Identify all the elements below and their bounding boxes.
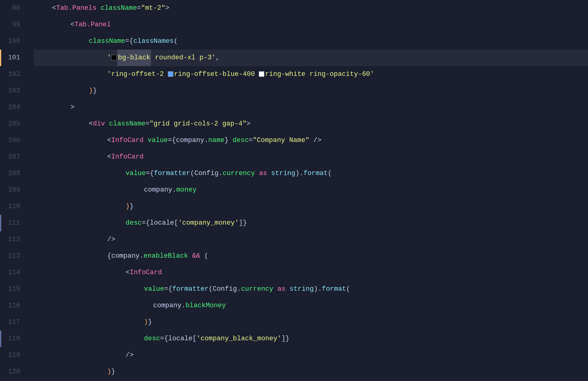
line-number-120: 120 [0,364,20,380]
code-line-110: )} [34,198,588,215]
code-line-104: > [34,99,588,116]
code-line-120: )} [34,364,588,380]
line-number-gutter: 98 99 100 💡 101 102 103 104 105 106 107 … [0,0,28,381]
line-number-118: 118 [0,331,20,347]
code-line-99: <Tab.Panel [34,17,588,33]
code-line-118: desc={locale['company_black_money']} [34,331,588,347]
line-number-113: 113 [0,248,20,264]
line-number-112: 112 [0,231,20,248]
line-number-107: 107 [0,149,20,165]
line-number-117: 117 [0,314,20,331]
line-number-110: 110 [0,198,20,215]
line-number-100: 100 [0,33,20,50]
line-number-103: 103 [0,83,20,99]
code-line-116: company.blackMoney [34,297,588,314]
code-content: <Tab.Panels className="mt-2" > <Tab.Pane… [28,0,588,381]
line-number-106: 106 [0,132,20,149]
line-number-116: 116 [0,297,20,314]
line-number-102: 102 [0,66,20,83]
line-number-101: 💡 101 [0,50,20,66]
code-line-112: /> [34,231,588,248]
code-line-102: 'ring-offset-2 ring-offset-blue-400 ring… [34,66,588,83]
line-number-99: 99 [0,17,20,33]
code-line-115: value={formatter(Config.currency as stri… [34,281,588,297]
code-line-108: value={formatter(Config.currency as stri… [34,165,588,182]
code-line-111: desc={locale['company_money']} [34,215,588,231]
code-line-98: <Tab.Panels className="mt-2" > [34,0,588,17]
line-number-115: 115 [0,281,20,297]
code-line-106: <InfoCard value={company.name} desc="Com… [34,132,588,149]
line-number-109: 109 [0,182,20,198]
code-line-117: )} [34,314,588,331]
code-line-105: <div className="grid grid-cols-2 gap-4" … [34,116,588,132]
code-line-119: /> [34,347,588,364]
line-number-105: 105 [0,116,20,132]
line-number-114: 114 [0,264,20,281]
code-line-101: 'bg-black rounded-xl p-3', [34,50,588,66]
line-number-98: 98 [0,0,20,17]
code-editor: 98 99 100 💡 101 102 103 104 105 106 107 … [0,0,588,381]
line-number-119: 119 [0,347,20,364]
code-line-103: )} [34,83,588,99]
line-number-111: 111 [0,215,20,231]
code-line-113: {company.enableBlack && ( [34,248,588,264]
code-line-100: className={classNames( [34,33,588,50]
code-line-109: company.money [34,182,588,198]
line-number-104: 104 [0,99,20,116]
code-line-107: <InfoCard [34,149,588,165]
line-number-108: 108 [0,165,20,182]
code-line-114: <InfoCard [34,264,588,281]
